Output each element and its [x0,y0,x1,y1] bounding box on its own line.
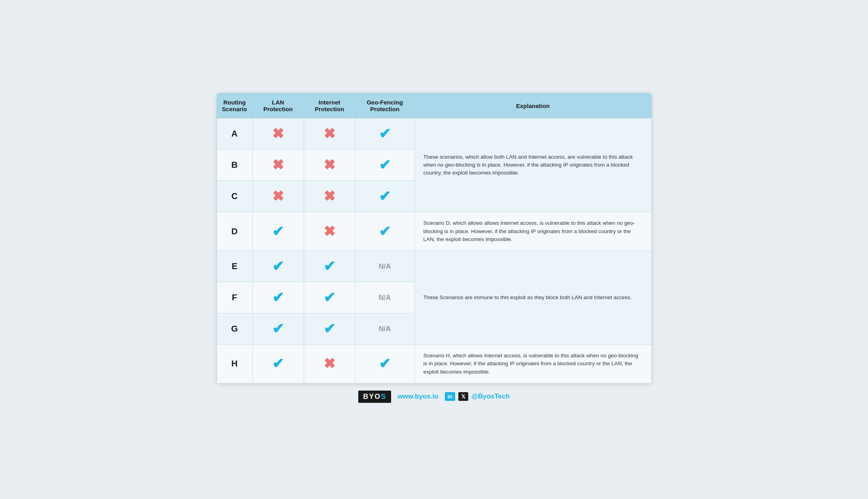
scenario-cell-g: G [217,313,252,345]
check-icon: ✔ [272,223,284,240]
linkedin-icon: in [445,392,455,401]
check-icon: ✔ [323,258,335,275]
scenario-cell-a: A [217,118,252,150]
internet-cell-c: ✖ [304,181,355,212]
lan-cell-e: ✔ [252,251,304,282]
footer-handle: @ByosTech [471,393,510,400]
col-lan-protection: LANProtection [252,93,304,118]
check-icon: ✔ [379,355,391,372]
explanation-cell-e: These Scenarios are immune to this explo… [414,251,651,345]
internet-cell-g: ✔ [304,313,355,345]
col-routing-scenario: RoutingScenario [217,93,252,118]
lan-cell-b: ✖ [252,150,304,181]
col-internet-protection: InternetProtection [304,93,355,118]
explanation-cell-h: Scenario H, which allows Internet access… [414,345,651,383]
cross-icon: ✖ [323,188,335,205]
scenario-cell-f: F [217,282,252,313]
na-text: N/A [379,325,391,333]
scenario-cell-h: H [217,345,252,383]
main-container: RoutingScenario LANProtection InternetPr… [217,93,652,383]
byos-logo: BYOS [358,391,391,403]
scenario-cell-e: E [217,251,252,282]
internet-cell-h: ✖ [304,345,355,383]
col-explanation: Explanation [414,93,651,118]
check-icon: ✔ [379,188,391,205]
table-row: A✖✖✔These scenarios, which allow both LA… [217,118,651,150]
cross-icon: ✖ [323,355,335,372]
table-row: D✔✖✔Scenario D, which allows allows Inte… [217,212,651,251]
footer-url: www.byos.io [397,393,438,400]
footer: BYOS www.byos.io in 𝕏 @ByosTech [358,383,509,406]
lan-cell-d: ✔ [252,212,304,251]
footer-social: in 𝕏 @ByosTech [445,392,510,401]
check-icon: ✔ [379,157,391,173]
x-icon: 𝕏 [458,392,468,401]
lan-cell-a: ✖ [252,118,304,150]
internet-cell-a: ✖ [304,118,355,150]
na-text: N/A [379,294,391,302]
geo-cell-g: N/A [355,313,414,345]
geo-cell-h: ✔ [355,345,414,383]
cross-icon: ✖ [323,223,335,240]
logo-s: S [381,393,386,401]
lan-cell-c: ✖ [252,181,304,212]
geo-cell-b: ✔ [355,150,414,181]
geo-cell-e: N/A [355,251,414,282]
check-icon: ✔ [323,289,335,306]
cross-icon: ✖ [272,157,284,173]
lan-cell-g: ✔ [252,313,304,345]
table-body: A✖✖✔These scenarios, which allow both LA… [217,118,651,383]
internet-cell-b: ✖ [304,150,355,181]
geo-cell-c: ✔ [355,181,414,212]
cross-icon: ✖ [272,125,284,142]
geo-cell-d: ✔ [355,212,414,251]
geo-cell-a: ✔ [355,118,414,150]
cross-icon: ✖ [272,188,284,205]
check-icon: ✔ [379,223,391,240]
geo-cell-f: N/A [355,282,414,313]
check-icon: ✔ [379,125,391,142]
check-icon: ✔ [272,258,284,275]
check-icon: ✔ [272,321,284,337]
scenario-cell-c: C [217,181,252,212]
internet-cell-f: ✔ [304,282,355,313]
internet-cell-d: ✖ [304,212,355,251]
check-icon: ✔ [323,321,335,337]
explanation-cell-d: Scenario D, which allows allows Internet… [414,212,651,251]
table-row: E✔✔N/AThese Scenarios are immune to this… [217,251,651,282]
table-row: H✔✖✔Scenario H, which allows Internet ac… [217,345,651,383]
scenario-cell-d: D [217,212,252,251]
explanation-cell-a: These scenarios, which allow both LAN an… [414,118,651,212]
lan-cell-h: ✔ [252,345,304,383]
table-header-row: RoutingScenario LANProtection InternetPr… [217,93,651,118]
cross-icon: ✖ [323,125,335,142]
na-text: N/A [379,262,391,270]
lan-cell-f: ✔ [252,282,304,313]
check-icon: ✔ [272,355,284,372]
routing-table: RoutingScenario LANProtection InternetPr… [217,93,652,383]
col-geo-fencing: Geo-FencingProtection [355,93,414,118]
check-icon: ✔ [272,289,284,306]
cross-icon: ✖ [323,157,335,173]
internet-cell-e: ✔ [304,251,355,282]
scenario-cell-b: B [217,150,252,181]
